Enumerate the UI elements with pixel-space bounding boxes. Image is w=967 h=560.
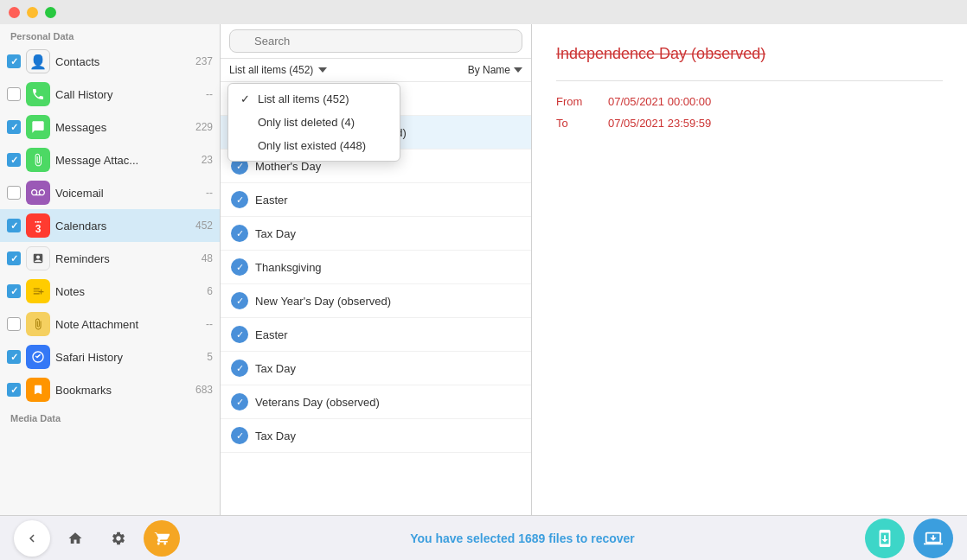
sidebar-item-callhistory[interactable]: Call History -- <box>0 78 220 111</box>
checkbox-noteattach[interactable] <box>7 317 21 331</box>
status-text: You have selected 1689 files to recover <box>410 531 635 545</box>
bookmarks-icon <box>26 378 50 402</box>
detail-title: Independence Day (observed) <box>556 45 943 63</box>
messages-icon <box>26 115 50 139</box>
callhistory-icon <box>26 82 50 106</box>
main-layout: Personal Data 👤 Contacts 237 Call Histor… <box>0 24 967 515</box>
sidebar-item-msgattach[interactable]: Message Attac... 23 <box>0 143 220 176</box>
filter-option-all[interactable]: ✓ List all items (452) <box>228 87 400 111</box>
minimize-button[interactable] <box>27 7 38 18</box>
checkbox-reminders[interactable] <box>7 251 21 265</box>
item-check-7 <box>231 326 248 343</box>
filter-button[interactable]: List all items (452) <box>229 64 327 76</box>
bottom-actions <box>865 519 953 558</box>
item-check-8 <box>231 360 248 377</box>
cart-button[interactable] <box>144 520 180 557</box>
filter-all-label: List all items (452) <box>258 92 349 105</box>
item-check-3 <box>231 191 248 208</box>
maximize-button[interactable] <box>45 7 56 18</box>
settings-button[interactable] <box>100 520 137 557</box>
filter-existed-label: Only list existed (448) <box>258 139 366 152</box>
list-item-taxday2[interactable]: Tax Day <box>221 352 531 385</box>
middle-panel: 🔍 List all items (452) By Name ✓ List al… <box>221 24 532 515</box>
item-label-10: Tax Day <box>255 430 296 442</box>
bottom-bar: You have selected 1689 files to recover <box>0 515 967 560</box>
status-count: 1689 <box>518 531 545 545</box>
item-check-10 <box>231 427 248 444</box>
search-input[interactable] <box>229 29 522 53</box>
reminders-label: Reminders <box>55 252 196 265</box>
close-button[interactable] <box>9 7 20 18</box>
list-item-newyears[interactable]: New Year's Day (observed) <box>221 284 531 318</box>
sidebar-section-personal: Personal Data <box>0 24 220 45</box>
reminders-icon <box>26 246 50 270</box>
voicemail-label: Voicemail <box>55 187 201 200</box>
checkbox-bookmarks[interactable] <box>7 383 21 397</box>
detail-divider <box>556 80 943 81</box>
to-value: 07/05/2021 23:59:59 <box>608 117 711 130</box>
voicemail-count: -- <box>206 187 213 199</box>
filter-dropdown: ✓ List all items (452) Only list deleted… <box>227 83 400 162</box>
safari-label: Safari History <box>55 351 202 364</box>
bottom-nav <box>14 520 180 557</box>
sidebar-item-calendars[interactable]: ▪▪▪ 3 Calendars 452 <box>0 209 220 242</box>
calendars-count: 452 <box>195 220 213 232</box>
msgattach-count: 23 <box>202 154 213 166</box>
item-label-4: Tax Day <box>255 227 296 240</box>
filter-option-deleted[interactable]: Only list deleted (4) <box>228 111 400 134</box>
item-label-3: Easter <box>255 194 288 207</box>
from-label: From <box>556 95 608 108</box>
notes-count: 6 <box>207 285 213 297</box>
checkbox-voicemail[interactable] <box>7 186 21 200</box>
sidebar-item-messages[interactable]: Messages 229 <box>0 111 220 143</box>
item-label-8: Tax Day <box>255 362 296 375</box>
item-check-6 <box>231 292 248 309</box>
checkbox-contacts[interactable] <box>7 54 21 68</box>
sidebar-item-voicemail[interactable]: Voicemail -- <box>0 176 220 209</box>
checkbox-callhistory[interactable] <box>7 87 21 101</box>
list-item-taxday3[interactable]: Tax Day <box>221 419 531 453</box>
filter-deleted-label: Only list deleted (4) <box>258 116 355 129</box>
msgattach-icon <box>26 148 50 172</box>
bookmarks-count: 683 <box>195 384 213 396</box>
calendars-label: Calendars <box>55 220 190 232</box>
contacts-count: 237 <box>195 55 213 67</box>
checkbox-messages[interactable] <box>7 120 21 134</box>
sidebar-item-reminders[interactable]: Reminders 48 <box>0 242 220 275</box>
checkbox-msgattach[interactable] <box>7 153 21 167</box>
list-item-veterans[interactable]: Veterans Day (observed) <box>221 385 531 419</box>
reminders-count: 48 <box>202 252 213 264</box>
sort-label: By Name <box>468 64 510 76</box>
sidebar-item-noteattach[interactable]: Note Attachment -- <box>0 308 220 340</box>
messages-label: Messages <box>55 121 190 134</box>
checkbox-safari[interactable] <box>7 350 21 364</box>
sort-button[interactable]: By Name <box>468 64 522 76</box>
msgattach-label: Message Attac... <box>55 154 196 167</box>
list-item-thanksgiving[interactable]: Thanksgiving <box>221 251 531 284</box>
item-check-4 <box>231 225 248 242</box>
checkbox-calendars[interactable] <box>7 219 21 232</box>
sidebar-item-notes[interactable]: Notes 6 <box>0 275 220 308</box>
contacts-icon: 👤 <box>26 49 50 73</box>
safari-count: 5 <box>207 351 213 363</box>
search-wrap: 🔍 <box>229 29 522 53</box>
contacts-label: Contacts <box>55 55 190 68</box>
from-value: 07/05/2021 00:00:00 <box>608 95 711 108</box>
filter-option-existed[interactable]: Only list existed (448) <box>228 134 400 157</box>
list-item-easter1[interactable]: Easter <box>221 183 531 217</box>
checkbox-notes[interactable] <box>7 284 21 298</box>
sidebar-item-contacts[interactable]: 👤 Contacts 237 <box>0 45 220 78</box>
status-prefix: You have selected <box>410 531 518 545</box>
recover-to-device-button[interactable] <box>865 519 905 558</box>
messages-count: 229 <box>195 121 213 133</box>
sidebar-item-safari[interactable]: Safari History 5 <box>0 340 220 373</box>
noteattach-label: Note Attachment <box>55 318 201 331</box>
list-toolbar: List all items (452) By Name <box>221 59 531 82</box>
list-item-taxday1[interactable]: Tax Day <box>221 217 531 251</box>
sidebar-item-bookmarks[interactable]: Bookmarks 683 <box>0 373 220 406</box>
recover-to-pc-button[interactable] <box>913 519 953 558</box>
list-item-easter2[interactable]: Easter <box>221 318 531 352</box>
back-button[interactable] <box>14 520 50 557</box>
detail-panel: Independence Day (observed) From 07/05/2… <box>532 24 967 515</box>
home-button[interactable] <box>57 520 93 557</box>
